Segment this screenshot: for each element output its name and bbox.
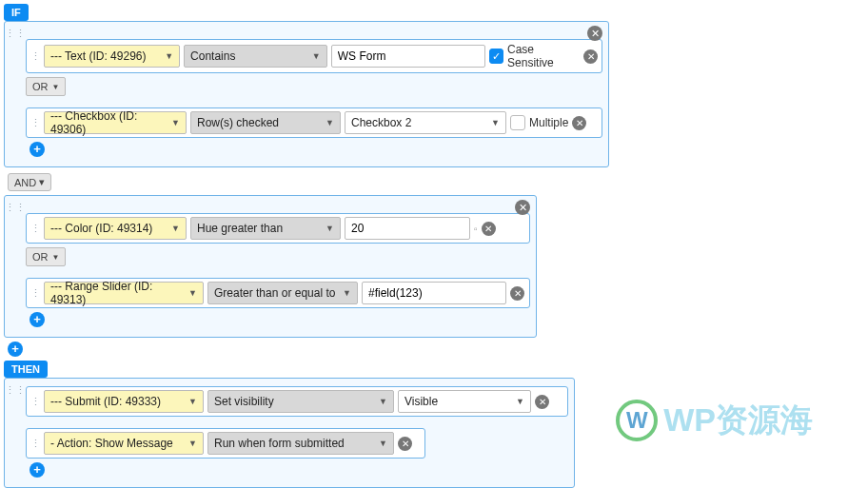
condition-row: ⋮⋮ --- Checkbox (ID: 49306)▼ Row(s) chec… xyxy=(26,107,602,138)
add-row-button[interactable]: + xyxy=(30,462,45,478)
add-group-button[interactable]: + xyxy=(8,342,23,357)
operator-select[interactable]: Row(s) checked▼ xyxy=(190,111,341,134)
drag-handle-icon[interactable]: ⋮⋮ xyxy=(30,117,40,129)
and-connector[interactable]: AND▾ xyxy=(8,173,51,191)
multiple-checkbox[interactable] xyxy=(510,115,525,130)
chevron-down-icon: ▼ xyxy=(188,439,197,448)
remove-row-icon[interactable]: ✕ xyxy=(535,395,549,409)
chevron-down-icon: ▾ xyxy=(39,176,45,188)
remove-row-icon[interactable]: ✕ xyxy=(572,116,586,130)
chevron-down-icon: ▼ xyxy=(165,51,173,61)
remove-row-icon[interactable]: ✕ xyxy=(398,437,412,451)
remove-row-icon[interactable]: ✕ xyxy=(510,286,524,301)
add-row-button[interactable]: + xyxy=(30,312,45,327)
drag-handle-icon[interactable]: ⋮⋮ xyxy=(30,396,40,408)
field-select[interactable]: --- Range Slider (ID: 49313)▼ xyxy=(44,282,204,304)
drag-handle-icon[interactable]: ⋮⋮ xyxy=(5,384,26,397)
operator-select[interactable]: Contains▼ xyxy=(184,45,327,68)
chevron-down-icon: ▼ xyxy=(188,288,197,298)
chevron-down-icon: ▼ xyxy=(516,397,524,406)
field-select-label: --- Submit (ID: 49333) xyxy=(50,395,161,408)
field-select-label: --- Color (ID: 49314) xyxy=(50,222,152,235)
or-label: OR xyxy=(32,251,49,263)
or-connector[interactable]: OR▼ xyxy=(26,247,66,266)
action-select-label: Run when form submitted xyxy=(214,437,345,450)
drag-handle-icon[interactable]: ⋮⋮ xyxy=(30,223,40,235)
case-sensitive-checkbox[interactable]: ✓ xyxy=(489,49,503,64)
chevron-down-icon: ▼ xyxy=(491,118,500,127)
field-select-label: - Action: Show Message xyxy=(50,437,173,450)
condition-row: ⋮⋮ --- Text (ID: 49296)▼ Contains▼ ✓ Cas… xyxy=(26,39,602,73)
chevron-down-icon: ▼ xyxy=(52,83,60,91)
value-select-label: Checkbox 2 xyxy=(351,116,411,129)
action-row: ⋮⋮ --- Submit (ID: 49333)▼ Set visibilit… xyxy=(26,386,568,417)
drag-handle-icon[interactable]: ⋮⋮ xyxy=(30,438,40,450)
remove-row-icon[interactable]: ✕ xyxy=(583,49,598,64)
condition-group: ⋮⋮ ✕ ⋮⋮ --- Text (ID: 49296)▼ Contains▼ … xyxy=(4,21,609,167)
chevron-down-icon: ▼ xyxy=(188,397,197,406)
value-input[interactable] xyxy=(331,45,485,68)
or-label: OR xyxy=(32,81,49,92)
operator-select-label: Greater than or equal to xyxy=(214,286,335,300)
multiple-label: Multiple xyxy=(529,116,568,129)
operator-select-label: Row(s) checked xyxy=(197,116,279,129)
chevron-down-icon: ▼ xyxy=(312,51,321,61)
chevron-down-icon: ▼ xyxy=(171,224,180,233)
and-label: AND xyxy=(14,177,36,188)
add-row-button[interactable]: + xyxy=(30,142,45,157)
field-select[interactable]: --- Color (ID: 49314)▼ xyxy=(44,217,187,240)
action-select[interactable]: Set visibility▼ xyxy=(207,390,394,413)
close-icon[interactable]: ✕ xyxy=(515,200,530,215)
chevron-down-icon: ▼ xyxy=(379,397,387,406)
drag-handle-icon[interactable]: ⋮⋮ xyxy=(30,287,40,300)
field-select-label: --- Text (ID: 49296) xyxy=(50,49,146,63)
if-tag: IF xyxy=(4,4,29,21)
condition-group: ⋮⋮ ✕ ⋮⋮ --- Color (ID: 49314)▼ Hue great… xyxy=(4,195,537,338)
value-input[interactable] xyxy=(345,217,470,240)
value-select-label: Visible xyxy=(404,395,438,408)
action-select[interactable]: Run when form submitted▼ xyxy=(207,432,394,455)
case-sensitive-label: Case Sensitive xyxy=(507,43,580,69)
operator-select[interactable]: Hue greater than▼ xyxy=(190,217,341,240)
or-connector[interactable]: OR▼ xyxy=(26,77,66,96)
chevron-down-icon: ▼ xyxy=(326,118,334,127)
condition-row: ⋮⋮ --- Range Slider (ID: 49313)▼ Greater… xyxy=(26,278,530,308)
condition-row: ⋮⋮ --- Color (ID: 49314)▼ Hue greater th… xyxy=(26,213,530,244)
drag-handle-icon[interactable]: ⋮⋮ xyxy=(5,202,26,214)
field-select[interactable]: - Action: Show Message▼ xyxy=(44,432,204,455)
chevron-down-icon: ▼ xyxy=(171,118,180,127)
action-row: ⋮⋮ - Action: Show Message▼ Run when form… xyxy=(26,428,425,459)
field-select-label: --- Checkbox (ID: 49306) xyxy=(50,109,171,136)
action-group: ⋮⋮ ⋮⋮ --- Submit (ID: 49333)▼ Set visibi… xyxy=(4,378,575,488)
drag-handle-icon[interactable]: ⋮⋮ xyxy=(5,28,26,40)
picker-icon[interactable]: ▫ xyxy=(474,224,478,234)
remove-row-icon[interactable]: ✕ xyxy=(482,222,496,236)
chevron-down-icon: ▼ xyxy=(343,288,351,298)
chevron-down-icon: ▼ xyxy=(379,439,387,448)
drag-handle-icon[interactable]: ⋮⋮ xyxy=(30,50,40,63)
action-select-label: Set visibility xyxy=(214,395,274,408)
operator-select-label: Hue greater than xyxy=(197,222,283,235)
value-select[interactable]: Visible▼ xyxy=(398,390,531,413)
operator-select[interactable]: Greater than or equal to▼ xyxy=(207,282,358,304)
chevron-down-icon: ▼ xyxy=(326,224,334,233)
close-icon[interactable]: ✕ xyxy=(587,26,602,41)
field-select[interactable]: --- Checkbox (ID: 49306)▼ xyxy=(44,111,187,134)
chevron-down-icon: ▼ xyxy=(52,253,60,262)
value-input[interactable] xyxy=(362,282,506,304)
field-select[interactable]: --- Submit (ID: 49333)▼ xyxy=(44,390,204,413)
then-tag: THEN xyxy=(4,361,48,378)
operator-select-label: Contains xyxy=(190,49,235,63)
value-select[interactable]: Checkbox 2▼ xyxy=(345,111,506,134)
field-select-label: --- Range Slider (ID: 49313) xyxy=(50,280,188,306)
field-select[interactable]: --- Text (ID: 49296)▼ xyxy=(44,45,180,68)
